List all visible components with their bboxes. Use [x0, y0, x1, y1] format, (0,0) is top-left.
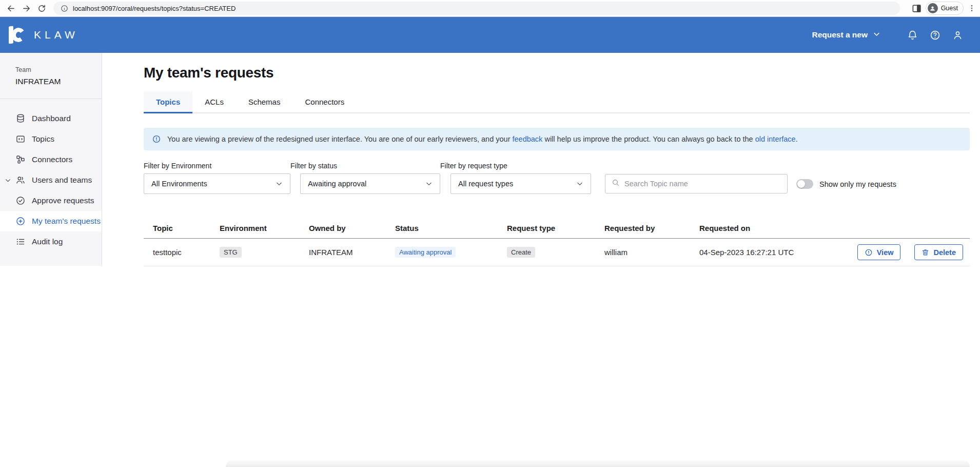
request-a-new-label: Request a new	[812, 30, 868, 40]
search-icon	[612, 179, 620, 189]
topic-box-icon	[15, 134, 26, 144]
sidebar-item-label: Connectors	[32, 155, 72, 164]
tab-topics[interactable]: Topics	[144, 91, 192, 112]
audit-list-icon	[15, 237, 26, 247]
tab-acls[interactable]: ACLs	[192, 91, 236, 112]
forward-icon[interactable]	[18, 1, 34, 15]
col-owned-by: Owned by	[309, 224, 395, 232]
app-header: KLAW Request a new	[0, 17, 980, 53]
banner-text: You are viewing a preview of the redesig…	[167, 135, 798, 143]
col-environment: Environment	[220, 224, 309, 232]
status-badge: Awaiting approval	[395, 247, 456, 258]
request-type-filter-select[interactable]: All request types	[450, 173, 591, 194]
check-circle-icon	[15, 196, 26, 206]
people-icon	[15, 175, 26, 185]
show-only-my-requests-toggle[interactable]	[796, 179, 813, 189]
view-button[interactable]: View	[857, 244, 901, 260]
browser-toolbar: localhost:9097/coral/requests/topics?sta…	[0, 0, 980, 17]
chevron-down-icon	[425, 180, 433, 187]
trash-icon	[922, 248, 929, 256]
info-circle-icon	[152, 134, 161, 144]
status-filter-label: Filter by status	[290, 162, 440, 170]
klaw-logo-icon	[8, 25, 26, 45]
brand[interactable]: KLAW	[0, 25, 79, 45]
url-text[interactable]: localhost:9097/coral/requests/topics?sta…	[73, 5, 236, 12]
sidebar-item-approve-requests[interactable]: Approve requests	[0, 190, 102, 211]
team-name: INFRATEAM	[15, 77, 102, 86]
sidebar-item-connectors[interactable]: Connectors	[0, 149, 102, 170]
environment-filter-value: All Environments	[151, 180, 207, 188]
sidebar-item-label: Topics	[32, 134, 54, 144]
request-type-filter-value: All request types	[458, 180, 513, 188]
table-row: testtopic STG INFRATEAM Awaiting approva…	[144, 239, 970, 266]
back-icon[interactable]	[3, 1, 18, 15]
search-input[interactable]	[624, 180, 781, 188]
tab-connectors[interactable]: Connectors	[292, 91, 357, 112]
request-type-tabs: Topics ACLs Schemas Connectors	[144, 91, 970, 113]
browser-profile[interactable]: Guest	[926, 2, 964, 15]
reload-icon[interactable]	[34, 1, 49, 15]
sidebar-item-label: Approve requests	[32, 196, 94, 205]
toggle-label: Show only my requests	[819, 180, 896, 188]
sidebar-item-label: Audit log	[32, 237, 63, 246]
col-requested-on: Requested on	[699, 224, 843, 232]
sidebar-item-topics[interactable]: Topics	[0, 129, 102, 149]
bell-icon[interactable]	[901, 30, 924, 41]
chevron-down-icon	[576, 180, 583, 187]
sidebar: Team INFRATEAM Dashboard Topics Connecto…	[0, 53, 102, 266]
request-type-filter-label: Filter by request type	[440, 162, 591, 170]
site-info-icon[interactable]	[61, 5, 68, 12]
cell-owned-by: INFRATEAM	[309, 248, 395, 257]
database-icon	[15, 113, 26, 124]
cell-requested-on: 04-Sep-2023 16:27:21 UTC	[699, 248, 843, 257]
dock-shadow	[226, 460, 970, 467]
col-requested-by: Requested by	[604, 224, 699, 232]
table-header-row: Topic Environment Owned by Status Reques…	[144, 218, 970, 239]
tab-schemas[interactable]: Schemas	[236, 91, 293, 112]
connectors-icon	[15, 154, 26, 165]
environment-filter-label: Filter by Environment	[144, 162, 290, 170]
help-icon[interactable]	[924, 30, 946, 41]
user-icon[interactable]	[946, 30, 969, 41]
col-topic: Topic	[153, 224, 220, 232]
environment-badge: STG	[220, 247, 242, 258]
old-interface-link[interactable]: old interface	[755, 135, 796, 143]
chevron-down-icon	[873, 30, 880, 40]
sidebar-item-dashboard[interactable]: Dashboard	[0, 108, 102, 129]
cell-requested-by: william	[604, 248, 699, 257]
chevron-down-icon	[276, 180, 283, 187]
request-a-new-button[interactable]: Request a new	[812, 30, 880, 40]
preview-banner: You are viewing a preview of the redesig…	[144, 128, 970, 150]
side-panel-icon[interactable]	[912, 4, 922, 13]
sidebar-item-label: My team's requests	[32, 217, 101, 226]
sidebar-item-audit-log[interactable]: Audit log	[0, 231, 102, 252]
kebab-menu-icon[interactable]	[968, 4, 976, 12]
cell-topic: testtopic	[153, 248, 220, 257]
requests-table: Topic Environment Owned by Status Reques…	[144, 218, 970, 266]
filters-bar: Filter by Environment All Environments F…	[144, 162, 970, 194]
feedback-link[interactable]: feedback	[513, 135, 543, 143]
address-bar[interactable]: localhost:9097/coral/requests/topics?sta…	[53, 2, 900, 15]
chevron-down-icon[interactable]	[5, 177, 11, 184]
page-title: My team's requests	[144, 65, 970, 81]
environment-filter-select[interactable]: All Environments	[144, 173, 290, 194]
delete-button[interactable]: Delete	[914, 244, 963, 260]
team-label: Team	[15, 66, 102, 73]
avatar	[928, 3, 938, 13]
brand-name: KLAW	[34, 29, 79, 41]
main-content: My team's requests Topics ACLs Schemas C…	[102, 53, 980, 467]
sidebar-item-label: Users and teams	[32, 176, 92, 185]
status-filter-select[interactable]: Awaiting approval	[300, 173, 440, 194]
status-filter-value: Awaiting approval	[308, 180, 366, 188]
sidebar-item-label: Dashboard	[32, 114, 71, 123]
sidebar-item-users-and-teams[interactable]: Users and teams	[0, 170, 102, 190]
profile-name: Guest	[941, 5, 958, 12]
plus-circle-icon	[15, 216, 26, 226]
sidebar-item-my-teams-requests[interactable]: My team's requests	[0, 211, 102, 231]
col-request-type: Request type	[507, 224, 604, 232]
info-circle-icon	[865, 248, 873, 257]
topic-search	[605, 174, 788, 193]
request-type-badge: Create	[507, 247, 535, 258]
col-status: Status	[395, 224, 507, 232]
